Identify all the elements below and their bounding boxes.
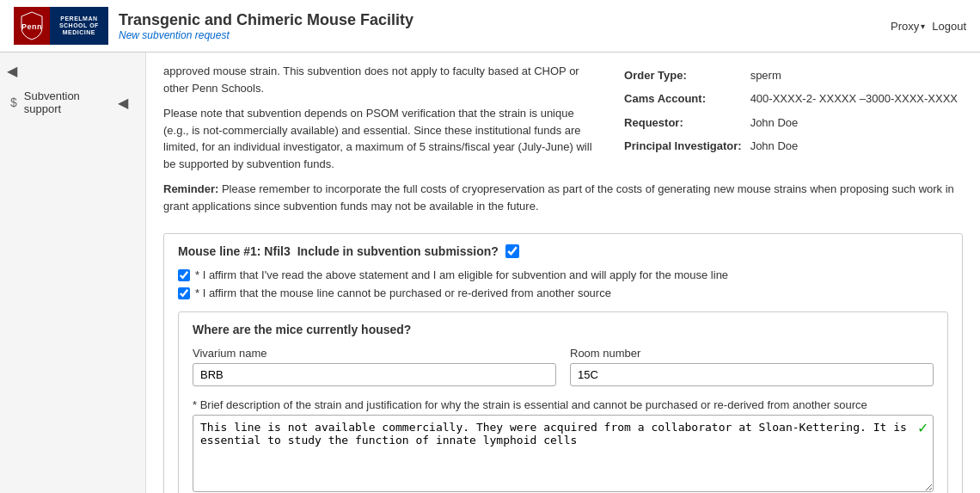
proxy-link[interactable]: Proxy ▾	[891, 20, 925, 33]
logo-block: Penn PERELMANSCHOOL OFMEDICINE	[14, 7, 108, 45]
reminder-text: Please remember to incorporate the full …	[163, 182, 954, 213]
sidebar: ◀ $ Subvention support ◀	[0, 52, 146, 493]
header-left: Penn PERELMANSCHOOL OFMEDICINE Transgeni…	[14, 7, 413, 45]
reminder-label: Reminder:	[163, 182, 218, 195]
order-info-table: Order Type: sperm Cams Account: 400-XXXX…	[619, 63, 963, 159]
penn-logo: Penn PERELMANSCHOOL OFMEDICINE	[14, 7, 108, 45]
mice-housed-title: Where are the mice currently housed?	[193, 323, 934, 336]
requestor-value: John Doe	[747, 112, 961, 133]
app-subtitle: New subvention request	[119, 29, 413, 41]
logout-link[interactable]: Logout	[932, 20, 966, 33]
form-row-vivarium-room: Vivarium name Room number	[193, 347, 934, 386]
header-right: Proxy ▾ Logout	[891, 20, 966, 33]
include-checkbox[interactable]	[505, 244, 519, 258]
room-label: Room number	[570, 347, 934, 360]
vivarium-group: Vivarium name	[193, 347, 556, 386]
vivarium-input[interactable]	[193, 363, 556, 386]
checkmark-icon: ✓	[917, 420, 928, 436]
mice-housed-section: Where are the mice currently housed? Viv…	[178, 311, 948, 493]
room-input[interactable]	[570, 363, 934, 386]
svg-text:Penn: Penn	[21, 22, 42, 31]
description-label: * Brief description of the strain and ju…	[193, 398, 934, 411]
order-type-label: Order Type:	[621, 65, 745, 86]
mouse-line-include-label: Include in subvention submission?	[297, 244, 499, 258]
sidebar-right-arrow[interactable]: ◀	[111, 91, 135, 114]
order-type-value: sperm	[747, 65, 961, 86]
affirmation2-checkbox[interactable]	[178, 287, 190, 299]
affirmation2-text: * I affirm that the mouse line cannot be…	[195, 287, 611, 299]
principal-investigator-value: John Doe	[747, 135, 961, 157]
app-title: Transgenic and Chimeric Mouse Facility	[119, 11, 413, 29]
penn-shield-icon: Penn	[20, 10, 44, 41]
proxy-label: Proxy	[891, 20, 919, 33]
affirmation1-checkbox[interactable]	[178, 269, 190, 281]
main-content: Order Type: sperm Cams Account: 400-XXXX…	[146, 52, 980, 493]
vivarium-label: Vivarium name	[193, 347, 556, 360]
app-title-block: Transgenic and Chimeric Mouse Facility N…	[119, 11, 413, 41]
sidebar-item-label: Subvention support	[24, 89, 104, 115]
order-info-block: Order Type: sperm Cams Account: 400-XXXX…	[619, 63, 963, 159]
top-section: Order Type: sperm Cams Account: 400-XXXX…	[163, 63, 963, 223]
affirmation-row-2: * I affirm that the mouse line cannot be…	[178, 287, 948, 299]
proxy-caret-icon: ▾	[921, 22, 925, 31]
principal-investigator-label: Principal Investigator:	[621, 135, 745, 157]
mouse-line-section: Mouse line #1: Nfil3 Include in subventi…	[163, 233, 963, 493]
affirmation1-text: * I affirm that I've read the above stat…	[195, 268, 728, 281]
cams-account-label: Cams Account:	[621, 88, 745, 109]
cams-account-value: 400-XXXX-2- XXXXX –3000-XXXX-XXXX	[747, 88, 961, 109]
dollar-icon: $	[10, 96, 17, 109]
room-group: Room number	[570, 347, 934, 386]
description-wrapper: ✓	[193, 415, 934, 493]
sidebar-collapse-button[interactable]: ◀	[0, 59, 145, 83]
mouse-line-header: Mouse line #1: Nfil3 Include in subventi…	[178, 244, 948, 258]
logo-navy-section: PERELMANSCHOOL OFMEDICINE	[50, 7, 108, 45]
mouse-line-title: Mouse line #1: Nfil3	[178, 244, 291, 258]
requestor-label: Requestor:	[621, 112, 745, 133]
main-layout: ◀ $ Subvention support ◀ Order Type: spe…	[0, 52, 980, 493]
app-header: Penn PERELMANSCHOOL OFMEDICINE Transgeni…	[0, 0, 980, 52]
logo-red-section: Penn	[14, 7, 50, 45]
reminder-para: Reminder: Please remember to incorporate…	[163, 181, 963, 214]
description-textarea[interactable]	[193, 415, 934, 492]
sidebar-item-subvention[interactable]: $ Subvention support ◀	[0, 83, 145, 122]
affirmation-row-1: * I affirm that I've read the above stat…	[178, 268, 948, 281]
